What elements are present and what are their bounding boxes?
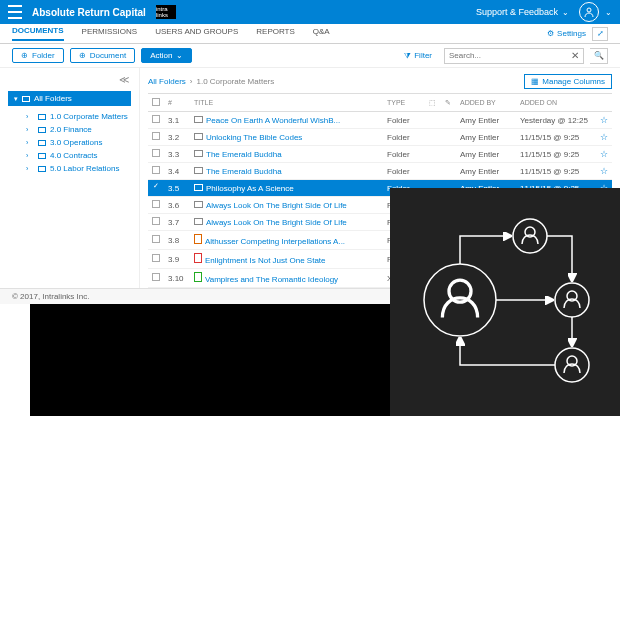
col-type[interactable]: TYPE	[383, 94, 425, 112]
folder-icon	[194, 218, 203, 225]
row-checkbox[interactable]	[152, 115, 160, 123]
row-title[interactable]: Peace On Earth A Wonderful WishB...	[190, 112, 383, 129]
action-button[interactable]: Action⌄	[141, 48, 192, 63]
col-added-on[interactable]: ADDED ON	[516, 94, 596, 112]
chevron-right-icon: ›	[26, 139, 34, 146]
sidebar-item-label: 5.0 Labor Relations	[50, 164, 119, 173]
search-icon: 🔍	[594, 51, 604, 60]
app-title: Absolute Return Capital	[32, 7, 146, 18]
table-row[interactable]: 3.1Peace On Earth A Wonderful WishB...Fo…	[148, 112, 612, 129]
expand-button[interactable]: ⤢	[592, 27, 608, 41]
sidebar-item[interactable]: ›5.0 Labor Relations	[26, 162, 135, 175]
folder-icon	[38, 127, 46, 133]
row-title[interactable]: Always Look On The Bright Side Of Life	[190, 197, 383, 214]
chevron-right-icon: ›	[26, 152, 34, 159]
folder-icon	[194, 150, 203, 157]
plus-icon: ⊕	[21, 51, 28, 60]
star-icon[interactable]: ☆	[600, 115, 608, 125]
row-title[interactable]: Enlightment Is Not Just One State	[190, 250, 383, 269]
row-checkbox[interactable]	[152, 235, 160, 243]
search-button[interactable]: 🔍	[590, 48, 608, 64]
sidebar-root[interactable]: ▾ All Folders	[8, 91, 131, 106]
row-num: 3.4	[164, 163, 190, 180]
support-link[interactable]: Support & Feedback⌄	[476, 7, 569, 17]
row-checkbox[interactable]	[152, 166, 160, 174]
row-title[interactable]: Philosophy As A Science	[190, 180, 383, 197]
chevron-right-icon: ›	[26, 165, 34, 172]
star-icon[interactable]: ☆	[600, 166, 608, 176]
sidebar-item[interactable]: ›3.0 Operations	[26, 136, 135, 149]
sidebar-item-label: 1.0 Corporate Matters	[50, 112, 128, 121]
row-title[interactable]: The Emerald Buddha	[190, 163, 383, 180]
new-document-button[interactable]: ⊕Document	[70, 48, 135, 63]
new-folder-button[interactable]: ⊕Folder	[12, 48, 64, 63]
table-row[interactable]: 3.2Unlocking The Bible CodesFolderAmy En…	[148, 129, 612, 146]
settings-link[interactable]: ⚙Settings	[547, 29, 586, 38]
chevron-down-icon: ▾	[14, 95, 18, 103]
avatar[interactable]	[579, 2, 599, 22]
row-checkbox[interactable]	[152, 149, 160, 157]
chevron-right-icon: ›	[26, 126, 34, 133]
xlsx-icon	[194, 272, 202, 282]
table-row[interactable]: 3.3The Emerald BuddhaFolderAmy Entler11/…	[148, 146, 612, 163]
sidebar-item[interactable]: ›2.0 Finance	[26, 123, 135, 136]
search-box[interactable]: ✕	[444, 48, 584, 64]
gear-icon: ⚙	[547, 29, 554, 38]
collapse-sidebar-button[interactable]: ≪	[4, 74, 135, 85]
row-num: 3.10	[164, 269, 190, 288]
star-icon[interactable]: ☆	[600, 132, 608, 142]
row-checkbox[interactable]	[152, 254, 160, 262]
download-icon[interactable]: ⬚	[429, 99, 436, 106]
row-added-by: Amy Entler	[456, 112, 516, 129]
tab-qa[interactable]: Q&A	[313, 27, 330, 40]
chevron-down-icon[interactable]: ⌄	[605, 8, 612, 17]
folder-icon	[22, 96, 30, 102]
sidebar-item[interactable]: ›4.0 Contracts	[26, 149, 135, 162]
col-added-by[interactable]: ADDED BY	[456, 94, 516, 112]
row-checkbox[interactable]	[152, 132, 160, 140]
row-added-by: Amy Entler	[456, 163, 516, 180]
folder-icon	[194, 116, 203, 123]
filter-button[interactable]: ⧩Filter	[404, 51, 432, 61]
tab-documents[interactable]: DOCUMENTS	[12, 26, 64, 41]
manage-columns-button[interactable]: ▦Manage Columns	[524, 74, 612, 89]
col-num[interactable]: #	[164, 94, 190, 112]
tab-permissions[interactable]: PERMISSIONS	[82, 27, 138, 40]
row-title[interactable]: Althusser Competing Interpellations A...	[190, 231, 383, 250]
row-checkbox[interactable]	[152, 183, 160, 191]
breadcrumb-current: 1.0 Corporate Matters	[196, 77, 274, 86]
user-node-right	[555, 283, 589, 317]
folder-icon	[194, 133, 203, 140]
table-row[interactable]: 3.4The Emerald BuddhaFolderAmy Entler11/…	[148, 163, 612, 180]
filter-icon: ⧩	[404, 51, 411, 61]
svg-point-0	[587, 8, 591, 12]
row-title[interactable]: Vampires and The Romantic Ideology	[190, 269, 383, 288]
chevron-right-icon: ›	[26, 113, 34, 120]
row-num: 3.7	[164, 214, 190, 231]
plus-icon: ⊕	[79, 51, 86, 60]
row-added-on: 11/15/15 @ 9:25	[516, 163, 596, 180]
row-added-by: Amy Entler	[456, 146, 516, 163]
tab-users[interactable]: USERS AND GROUPS	[155, 27, 238, 40]
sidebar-item[interactable]: ›1.0 Corporate Matters	[26, 110, 135, 123]
row-type: Folder	[383, 146, 425, 163]
search-input[interactable]	[449, 51, 571, 60]
row-checkbox[interactable]	[152, 200, 160, 208]
row-num: 3.9	[164, 250, 190, 269]
menu-icon[interactable]	[8, 5, 22, 19]
row-checkbox[interactable]	[152, 217, 160, 225]
row-checkbox[interactable]	[152, 273, 160, 281]
breadcrumb-sep: ›	[190, 77, 193, 86]
tab-reports[interactable]: REPORTS	[256, 27, 295, 40]
row-title[interactable]: Always Look On The Bright Side Of Life	[190, 214, 383, 231]
row-title[interactable]: The Emerald Buddha	[190, 146, 383, 163]
clear-icon[interactable]: ✕	[571, 50, 579, 61]
star-icon[interactable]: ☆	[600, 149, 608, 159]
col-title[interactable]: TITLE	[190, 94, 383, 112]
edit-icon[interactable]: ✎	[445, 99, 451, 106]
user-node-bottom	[555, 348, 589, 382]
users-diagram-overlay	[390, 188, 620, 416]
select-all-checkbox[interactable]	[152, 98, 160, 106]
row-title[interactable]: Unlocking The Bible Codes	[190, 129, 383, 146]
breadcrumb-root[interactable]: All Folders	[148, 77, 186, 86]
